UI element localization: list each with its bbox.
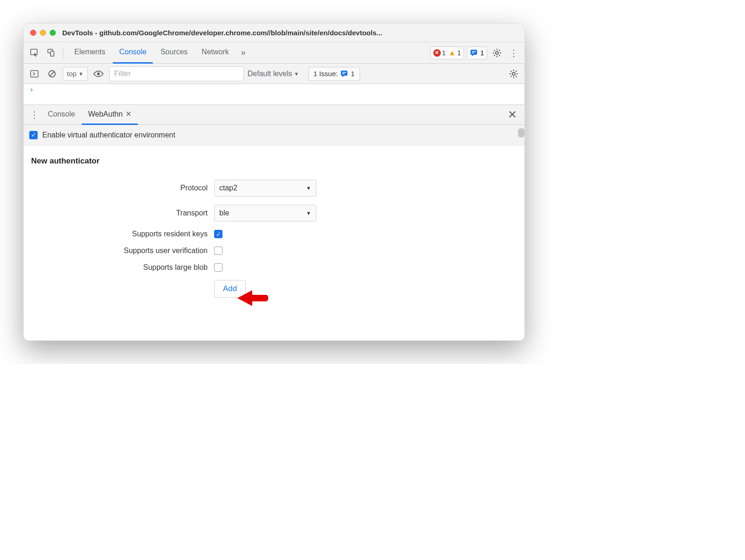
console-toolbar: top ▼ Default levels ▼ 1 Issue: 1 — [24, 64, 524, 84]
filter-input[interactable] — [109, 66, 244, 81]
enable-virtual-authenticator-label: Enable virtual authenticator environment — [42, 131, 175, 139]
svg-rect-12 — [342, 72, 346, 73]
drawer-tab-webauthn-label: WebAuthn — [88, 110, 123, 118]
enable-virtual-authenticator-row: ✓ Enable virtual authenticator environme… — [24, 125, 524, 145]
tab-elements[interactable]: Elements — [68, 42, 112, 64]
sidebar-toggle-icon[interactable] — [27, 67, 41, 81]
close-drawer-icon[interactable]: ✕ — [504, 108, 521, 121]
user-verification-checkbox[interactable] — [214, 247, 222, 255]
console-prompt-icon[interactable]: › — [29, 85, 34, 94]
issues-button[interactable]: 1 Issue: 1 — [308, 67, 360, 81]
issue-icon — [340, 70, 348, 78]
svg-point-14 — [512, 72, 515, 75]
drawer-tab-console[interactable]: Console — [41, 104, 82, 125]
user-verification-row: Supports user verification — [31, 247, 517, 255]
protocol-row: Protocol ctap2 ▼ — [31, 180, 517, 196]
issue-icon — [470, 49, 477, 57]
dropdown-caret-icon: ▼ — [306, 210, 311, 216]
svg-point-6 — [496, 52, 498, 54]
device-toggle-icon[interactable] — [44, 46, 58, 60]
user-verification-label: Supports user verification — [31, 247, 208, 255]
transport-select[interactable]: ble ▼ — [214, 205, 316, 221]
error-badge[interactable]: ✕ 1 — [433, 49, 446, 57]
console-body: › — [24, 84, 524, 104]
context-value: top — [67, 70, 77, 78]
svg-rect-5 — [472, 52, 474, 53]
window-title: DevTools - github.com/GoogleChrome/devel… — [62, 29, 382, 37]
svg-point-10 — [97, 72, 100, 75]
maximize-window-button[interactable] — [50, 30, 56, 36]
warning-icon: ▲ — [449, 49, 456, 57]
enable-virtual-authenticator-checkbox[interactable]: ✓ — [29, 131, 38, 139]
new-authenticator-heading: New authenticator — [31, 156, 517, 166]
svg-rect-4 — [472, 51, 476, 52]
svg-rect-0 — [31, 49, 37, 55]
more-tabs-icon[interactable]: » — [236, 46, 250, 60]
close-window-button[interactable] — [30, 30, 36, 36]
warning-badge[interactable]: ▲ 1 — [449, 49, 461, 57]
drawer-kebab-icon[interactable]: ⋮ — [27, 108, 41, 122]
window-controls — [30, 30, 56, 36]
execution-context-select[interactable]: top ▼ — [63, 67, 88, 81]
svg-rect-2 — [51, 51, 54, 56]
dropdown-caret-icon: ▼ — [306, 185, 311, 191]
svg-line-9 — [50, 72, 54, 76]
drawer-tabs: ⋮ Console WebAuthn ✕ ✕ — [24, 104, 524, 125]
large-blob-label: Supports large blob — [31, 263, 208, 272]
log-levels-select[interactable]: Default levels ▼ — [248, 70, 299, 78]
dropdown-caret-icon: ▼ — [78, 71, 84, 77]
svg-rect-3 — [471, 50, 477, 55]
console-settings-icon[interactable] — [507, 67, 521, 81]
svg-rect-13 — [342, 73, 345, 74]
main-tabs: Elements Console Sources Network » — [68, 42, 250, 64]
error-warning-badges[interactable]: ✕ 1 ▲ 1 — [430, 46, 464, 59]
large-blob-row: Supports large blob — [31, 263, 517, 272]
close-tab-icon[interactable]: ✕ — [125, 110, 131, 118]
protocol-value: ctap2 — [219, 184, 237, 192]
settings-icon[interactable] — [490, 46, 504, 60]
protocol-select[interactable]: ctap2 ▼ — [214, 180, 316, 196]
levels-label: Default levels — [248, 70, 292, 78]
clear-console-icon[interactable] — [45, 67, 59, 81]
issues-badge[interactable]: 1 — [467, 46, 487, 59]
issues-label: 1 Issue: — [314, 70, 338, 78]
issues-count: 1 — [351, 70, 354, 78]
protocol-label: Protocol — [31, 184, 208, 192]
resident-keys-checkbox[interactable]: ✓ — [214, 230, 222, 238]
issue-count: 1 — [480, 49, 484, 57]
minimize-window-button[interactable] — [40, 30, 46, 36]
console-scrollbar-thumb[interactable] — [518, 128, 524, 137]
kebab-menu-icon[interactable]: ⋮ — [507, 46, 521, 60]
resident-keys-row: Supports resident keys ✓ — [31, 230, 517, 238]
toolbar-right: ✕ 1 ▲ 1 1 ⋮ — [430, 46, 521, 60]
tab-sources[interactable]: Sources — [154, 42, 194, 64]
resident-keys-label: Supports resident keys — [31, 230, 208, 238]
live-expression-icon[interactable] — [91, 67, 105, 81]
toolbar-divider — [63, 47, 63, 59]
webauthn-panel: New authenticator Protocol ctap2 ▼ Trans… — [24, 145, 524, 340]
transport-row: Transport ble ▼ — [31, 205, 517, 221]
drawer-tab-webauthn[interactable]: WebAuthn ✕ — [82, 104, 138, 125]
dropdown-caret-icon: ▼ — [294, 71, 299, 77]
tab-console[interactable]: Console — [113, 42, 153, 64]
titlebar: DevTools - github.com/GoogleChrome/devel… — [24, 24, 524, 42]
tab-network[interactable]: Network — [195, 42, 235, 64]
transport-label: Transport — [31, 209, 208, 217]
error-icon: ✕ — [433, 49, 441, 57]
add-row: Add — [31, 280, 517, 298]
warning-count: 1 — [457, 49, 461, 57]
devtools-window: DevTools - github.com/GoogleChrome/devel… — [23, 23, 525, 341]
svg-rect-11 — [341, 71, 347, 76]
annotation-arrow-icon — [233, 286, 270, 311]
main-toolbar: Elements Console Sources Network » ✕ 1 ▲… — [24, 42, 524, 64]
large-blob-checkbox[interactable] — [214, 263, 222, 272]
transport-value: ble — [219, 209, 229, 217]
inspect-element-icon[interactable] — [27, 46, 41, 60]
error-count: 1 — [442, 49, 446, 57]
